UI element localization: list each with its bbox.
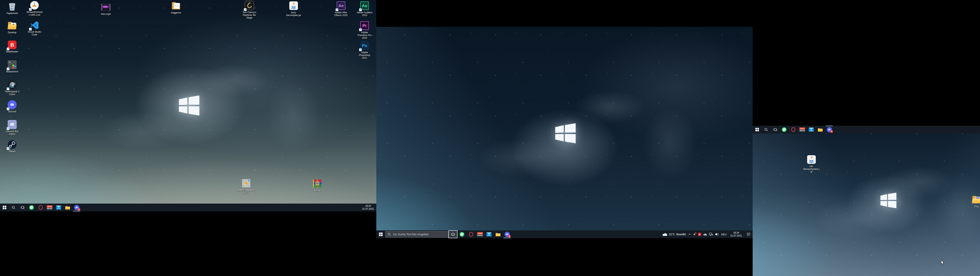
start-button[interactable]	[752, 126, 762, 133]
system-tray: 22°C Bewölkt B DEU 19:24 21.07.2021	[661, 230, 752, 238]
network-tray-button[interactable]	[708, 230, 714, 238]
opera-gx-taskbar-button[interactable]	[466, 230, 476, 238]
volume-icon	[715, 233, 719, 236]
whatsapp-taskbar-button[interactable]	[780, 126, 789, 133]
volume-tray-button[interactable]	[714, 230, 720, 238]
desktop-icon-after-effects[interactable]: Ae Adobe After Effects 2020	[332, 1, 350, 17]
desktop-icon-audition[interactable]: Au Adobe Audition 2020	[356, 1, 373, 17]
windows-start-icon	[379, 233, 383, 236]
mail-taskbar-button[interactable]	[807, 126, 816, 133]
discord-taskbar-button[interactable]: 2	[503, 230, 512, 238]
icon-label: Steam	[9, 150, 16, 153]
windows-logo	[177, 95, 200, 116]
task-view-button[interactable]	[771, 126, 780, 133]
whatsapp-taskbar-button[interactable]	[457, 230, 466, 238]
file-explorer-icon	[818, 128, 823, 132]
icon-label: Adobe Audition 2020	[356, 11, 373, 17]
java-jar-icon	[807, 155, 816, 165]
desktop-icon-intro-mp4[interactable]: intro.mp4	[97, 2, 114, 16]
mail-icon	[809, 128, 814, 132]
voicemeeter-taskbar-button[interactable]: VOICEMEETER	[45, 203, 54, 211]
desktop-icon-bot-zip[interactable]: bot.zip	[309, 179, 326, 192]
desktop-icon-teamspeak[interactable]: TeamSpeak 3 Client	[4, 80, 21, 96]
folder-icon	[171, 1, 181, 11]
file-explorer-taskbar-button[interactable]	[493, 230, 503, 238]
voicemeeter-taskbar-button[interactable]: VOICEMEETER	[798, 126, 807, 133]
action-center-button[interactable]	[745, 230, 752, 238]
desktop-icon-discord-bot-client[interactable]: Discord Bot Client	[4, 120, 21, 135]
discord-taskbar-button[interactable]: 2	[72, 203, 81, 211]
mail-taskbar-button[interactable]	[54, 203, 63, 211]
icon-label: Discord Bot Client	[4, 130, 21, 135]
vscode-icon	[30, 20, 40, 30]
desktop-icon-bitdefender[interactable]: B Bitdefender	[4, 40, 21, 53]
opera-gx-icon	[38, 205, 43, 210]
after-effects-icon: Ae	[336, 1, 346, 11]
desktop-icon-photoshop[interactable]: Ps Adobe Photoshop 2021	[356, 41, 373, 59]
icon-label: MobaXterm	[6, 70, 18, 73]
icon-label: Discord	[8, 110, 16, 113]
onedrive-tray-button[interactable]	[702, 230, 708, 238]
desktop-icon-vscode[interactable]: Visual Studio Code	[26, 20, 43, 36]
mail-taskbar-button[interactable]	[485, 230, 493, 238]
desktop-icon-steam[interactable]: Steam	[4, 140, 21, 153]
search-icon	[388, 233, 391, 236]
desktop-icon-java-decompiler[interactable]: Java-Decompiler.jar	[285, 1, 302, 17]
video-file-icon	[101, 2, 111, 12]
clock-date: 21.07.2021	[730, 234, 742, 237]
taskbar-left-monitor: VOICEMEETER 2 19:24 21.07.2021	[0, 203, 376, 211]
opera-gx-icon	[469, 232, 473, 237]
shortcut-arrow-icon	[7, 127, 10, 130]
shortcut-arrow-icon	[7, 48, 10, 50]
icon-label: LW-MoneySystem.jar	[803, 165, 820, 173]
search-button[interactable]	[762, 126, 771, 133]
windows-start-icon	[756, 128, 759, 131]
desktop-icon-desktop-folder[interactable]: Desktop	[4, 21, 21, 34]
icon-label: edb417bfb84d5327...	[237, 189, 255, 194]
start-button[interactable]	[0, 203, 9, 211]
desktop-icon-proj[interactable]: Proj	[968, 195, 980, 208]
desktop-icon-papierkorb[interactable]: Papierkorb	[4, 2, 21, 15]
task-view-button[interactable]	[18, 203, 27, 211]
voicemeeter-taskbar-button[interactable]: VOICEMEETER	[476, 230, 485, 238]
task-view-button[interactable]	[449, 230, 457, 238]
whatsapp-icon	[460, 232, 465, 237]
whatsapp-taskbar-button[interactable]	[27, 203, 36, 211]
opera-gx-taskbar-button[interactable]	[36, 203, 45, 211]
pencil-file-icon	[241, 178, 251, 188]
taskbar-clock[interactable]: 19:24 21.07.2021	[728, 230, 745, 238]
taskbar-search-box[interactable]: Zur Suche Text hier eingeben	[385, 231, 449, 238]
desktop-icon-rainbow-six[interactable]: Tom Clancy's Rainbow Six Siege	[241, 1, 258, 19]
icon-label: Adobe Photoshop 2021	[356, 51, 373, 59]
bitdefender-tray-button[interactable]: B	[697, 230, 702, 238]
desktop-icon-edb-file[interactable]: edb417bfb84d5327...	[238, 178, 255, 194]
voicemeeter-icon: VOICEMEETER	[47, 205, 52, 209]
mouse-cursor	[941, 260, 945, 265]
file-explorer-taskbar-button[interactable]	[63, 203, 72, 211]
discord-tray-icon-button[interactable]	[692, 230, 697, 238]
shortcut-arrow-icon	[29, 8, 32, 11]
shortcut-arrow-icon	[7, 108, 10, 110]
start-button[interactable]	[376, 230, 385, 238]
windows-logo	[554, 122, 577, 144]
recycle-bin-icon	[7, 2, 17, 11]
file-explorer-taskbar-button[interactable]	[816, 126, 825, 133]
desktop-icon-mobaxterm[interactable]: >_ MobaXterm	[4, 60, 21, 73]
desktop-icon-discord[interactable]: Discord	[4, 100, 21, 113]
desktop-icon-streamelements[interactable]: StreamElements OBS.Live	[26, 0, 43, 16]
discord-icon	[7, 100, 17, 109]
taskbar-clock[interactable]: 19:24 21.07.2021	[360, 203, 376, 211]
weather-widget[interactable]: 22°C Bewölkt	[661, 233, 687, 236]
desktop-icon-premiere[interactable]: Pr Adobe Premiere Pro 2020	[356, 21, 373, 39]
discord-taskbar-button[interactable]: 2	[825, 126, 834, 133]
opera-gx-taskbar-button[interactable]	[789, 126, 798, 133]
discord-tray-icon	[693, 233, 696, 236]
search-button[interactable]	[9, 203, 18, 211]
desktop-icon-noggerice[interactable]: noggerice	[167, 1, 185, 14]
keyboard-language-indicator[interactable]: DEU	[720, 233, 728, 236]
icon-label: Java-Decompiler.jar	[285, 11, 302, 17]
teamspeak-icon	[7, 80, 17, 90]
desktop-icon-lw-moneysystem[interactable]: LW-MoneySystem.jar	[803, 155, 820, 173]
tray-expand-button[interactable]	[687, 230, 692, 238]
clock-time: 19:24	[365, 205, 371, 208]
